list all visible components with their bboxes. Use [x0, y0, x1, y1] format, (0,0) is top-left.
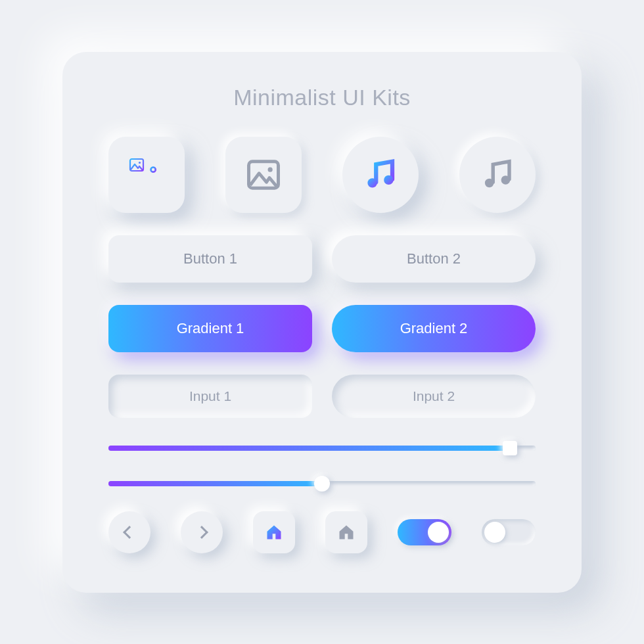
image-icon [246, 157, 281, 193]
svg-point-6 [367, 178, 377, 187]
button-2[interactable]: Button 2 [332, 235, 536, 283]
button-label: Button 2 [407, 250, 461, 267]
button-label: Button 1 [183, 250, 237, 267]
input-row [108, 375, 536, 418]
toggle-knob [428, 522, 449, 543]
image-tile-muted[interactable] [225, 137, 302, 213]
button-1[interactable]: Button 1 [108, 235, 312, 283]
icon-tile-row [108, 137, 536, 213]
gradient-button-row: Gradient 1 Gradient 2 [108, 305, 536, 352]
input-2[interactable] [332, 375, 536, 418]
slider-thumb[interactable] [503, 441, 517, 455]
controls-row [108, 511, 536, 553]
prev-button[interactable] [108, 511, 150, 553]
chevron-right-icon [195, 526, 208, 539]
toggle-off[interactable] [482, 519, 536, 545]
svg-point-7 [384, 175, 393, 184]
next-button[interactable] [181, 511, 223, 553]
slider-thumb[interactable] [314, 476, 330, 492]
music-icon [363, 157, 398, 193]
home-icon [337, 523, 356, 541]
slider-fill [108, 481, 322, 486]
gradient-button-1[interactable]: Gradient 1 [108, 305, 312, 352]
input-1[interactable] [108, 375, 312, 418]
home-button-gradient[interactable] [253, 511, 295, 553]
music-tile-muted[interactable] [459, 137, 536, 213]
slider-2[interactable] [108, 476, 536, 492]
image-tile-gradient[interactable] [108, 137, 185, 213]
music-icon [480, 157, 515, 193]
chevron-left-icon [123, 526, 136, 539]
slider-1[interactable] [108, 440, 536, 456]
music-tile-gradient[interactable] [342, 137, 419, 213]
slider-block [108, 440, 536, 492]
page-title: Minimalist UI Kits [108, 85, 536, 110]
button-label: Gradient 2 [400, 320, 468, 337]
toggle-on[interactable] [398, 519, 451, 545]
gradient-button-2[interactable]: Gradient 2 [332, 305, 536, 352]
svg-point-5 [139, 161, 141, 163]
toggle-knob [484, 522, 505, 543]
home-button-muted[interactable] [325, 511, 367, 553]
button-label: Gradient 1 [177, 320, 244, 337]
slider-fill [108, 446, 510, 451]
ui-kit-panel: Minimalist UI Kits Button 1 Button 2 Gra… [62, 52, 582, 593]
image-icon [129, 157, 164, 193]
button-row: Button 1 Button 2 [108, 235, 536, 283]
home-icon [265, 523, 283, 541]
